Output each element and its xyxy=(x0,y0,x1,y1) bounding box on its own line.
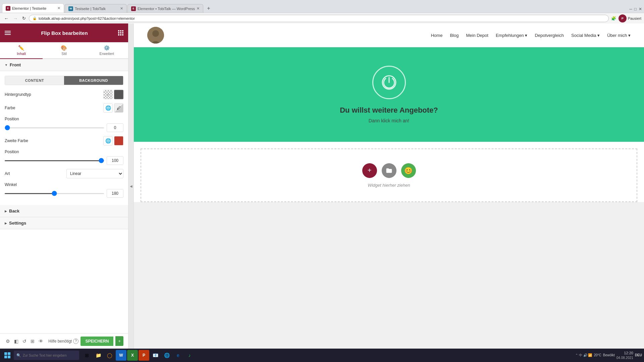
reload-button[interactable]: ↻ xyxy=(21,15,27,21)
cortana-icon[interactable]: ◯ xyxy=(104,350,115,361)
position1-slider[interactable] xyxy=(5,127,104,128)
profile-button[interactable]: P xyxy=(619,14,627,22)
save-button[interactable]: SPEICHERN xyxy=(80,337,113,346)
inhalt-label: Inhalt xyxy=(17,52,26,56)
position2-slider[interactable] xyxy=(5,160,104,161)
save-arrow-button[interactable]: + xyxy=(115,336,123,346)
nav-depotvergleich[interactable]: Depotvergleich xyxy=(535,33,564,38)
tab-inhalt[interactable]: ✏️ Inhalt xyxy=(0,42,43,59)
hamburger-menu-icon[interactable] xyxy=(5,31,11,35)
tab-close-3[interactable]: ✕ xyxy=(197,6,200,11)
solid-color-btn[interactable] xyxy=(114,90,123,99)
chrome-icon[interactable]: 🌐 xyxy=(161,350,172,361)
new-tab-button[interactable]: + xyxy=(204,4,213,13)
erweitert-label: Erweitert xyxy=(100,52,114,56)
tab-close-1[interactable]: ✕ xyxy=(57,6,60,10)
minimize-button[interactable]: ─ xyxy=(629,7,632,11)
responsive-icon[interactable]: ⊞ xyxy=(30,338,36,345)
hero-title: Du willst weitere Angebote? xyxy=(340,106,438,115)
tab-erweitert[interactable]: ⚙️ Erweitert xyxy=(86,42,128,58)
site-nav: Home Blog Mein Depot Empfehlungen ▾ Depo… xyxy=(431,33,631,38)
collapse-handle[interactable]: ◀ xyxy=(128,23,134,349)
word-icon[interactable]: W xyxy=(116,350,126,361)
position1-value[interactable] xyxy=(107,123,123,132)
outlook-icon[interactable]: 📧 xyxy=(150,350,161,361)
folder-button[interactable] xyxy=(382,163,396,178)
taskview-icon[interactable]: ⊞ xyxy=(82,350,92,361)
zweite-farbe-swatch[interactable] xyxy=(114,136,123,145)
layers-icon[interactable]: ◧ xyxy=(13,338,19,345)
hero-icon-circle xyxy=(372,66,406,99)
close-window-button[interactable]: ✕ xyxy=(639,7,642,11)
settings-section-header[interactable]: ▶ Settings xyxy=(0,217,128,229)
zweite-farbe-globe-icon[interactable]: 🌐 xyxy=(103,136,113,145)
address-input[interactable] xyxy=(39,16,605,20)
taskbar-apps: ⊞ 📁 ◯ W X P 📧 🌐 e ♪ xyxy=(82,350,195,361)
hero-section: Du willst weitere Angebote? Dann klick m… xyxy=(134,47,644,142)
tab-favicon-3: E xyxy=(131,6,136,11)
history-icon[interactable]: ↺ xyxy=(21,338,28,345)
edge-icon[interactable]: e xyxy=(173,350,183,361)
art-select[interactable]: Linear Radial xyxy=(66,169,123,178)
farbe-color-btn[interactable]: 🖊 xyxy=(114,103,123,113)
browser-tab-2[interactable]: W Testseite | TobiTalk ✕ xyxy=(65,4,127,13)
maximize-button[interactable]: □ xyxy=(634,7,637,11)
tab-title-3: Elementor • TobiTalk — WordPress xyxy=(138,7,195,11)
position1-label: Position xyxy=(5,117,123,121)
lock-icon: 🔒 xyxy=(33,16,37,20)
background-toggle-btn[interactable]: BACKGROUND xyxy=(64,76,123,85)
explorer-icon[interactable]: 📁 xyxy=(93,350,104,361)
tab-close-2[interactable]: ✕ xyxy=(120,6,123,11)
back-section-header[interactable]: ▶ Back xyxy=(0,205,128,217)
nav-ueber-mich[interactable]: Über mich ▾ xyxy=(607,33,631,38)
help-button[interactable]: Hilfe benötigt ? xyxy=(48,339,78,344)
temperature-display: 20°C xyxy=(594,353,601,357)
settings-bottom-icon[interactable]: ⚙ xyxy=(5,338,11,345)
back-nav-button[interactable]: ← xyxy=(3,15,10,22)
excel-icon[interactable]: X xyxy=(127,350,138,361)
bottom-bar: ⚙ ◧ ↺ ⊞ 👁 Hilfe benötigt ? SPEICHERN + xyxy=(0,333,128,349)
browser-chrome: E Elementor | Testseite ✕ W Testseite | … xyxy=(0,0,644,23)
content-toggle-btn[interactable]: CONTENT xyxy=(5,76,64,85)
hintergrundtyp-row: Hintergrundtyp ✓ xyxy=(5,90,123,99)
powerpoint-icon[interactable]: P xyxy=(139,350,149,361)
forward-nav-button[interactable]: → xyxy=(12,15,19,22)
weather-display: Bewölkt xyxy=(603,353,615,357)
svg-rect-4 xyxy=(4,352,7,355)
nav-blog[interactable]: Blog xyxy=(450,33,459,38)
taskbar-search-input[interactable] xyxy=(23,354,76,357)
farbe-globe-icon[interactable]: 🌐 xyxy=(103,103,113,113)
transparent-color-btn[interactable]: ✓ xyxy=(103,90,113,99)
settings-expand-icon: ▶ xyxy=(5,222,7,225)
help-label: Hilfe benötigt xyxy=(48,339,72,344)
grid-icon[interactable] xyxy=(118,30,123,36)
back-expand-icon: ▶ xyxy=(5,209,7,213)
start-button[interactable] xyxy=(2,350,13,361)
tab-stil[interactable]: 🎨 Stil xyxy=(43,42,85,58)
extensions-icon[interactable]: 🧩 xyxy=(610,15,617,22)
winkel-slider[interactable] xyxy=(5,193,104,194)
front-section-title: Front xyxy=(10,62,21,67)
preview-icon[interactable]: 👁 xyxy=(38,338,44,345)
browser-tab-3[interactable]: E Elementor • TobiTalk — WordPress ✕ xyxy=(127,4,203,13)
stil-label: Stil xyxy=(61,52,66,56)
nav-mein-depot[interactable]: Mein Depot xyxy=(466,33,488,38)
browser-tab-1[interactable]: E Elementor | Testseite ✕ xyxy=(2,3,64,13)
emoji-button[interactable]: 😊 xyxy=(401,163,416,178)
spotify-icon[interactable]: ♪ xyxy=(184,350,195,361)
nav-home[interactable]: Home xyxy=(431,33,443,38)
add-widget-button[interactable]: + xyxy=(362,163,377,178)
winkel-value[interactable] xyxy=(107,189,123,198)
language-indicator: DEU xyxy=(635,353,642,357)
erweitert-icon: ⚙️ xyxy=(104,45,110,51)
nav-social-media[interactable]: Social Media ▾ xyxy=(571,33,600,38)
position2-value[interactable] xyxy=(107,156,123,165)
dropzone: + 😊 Widget hierher ziehen xyxy=(141,148,637,202)
sidebar-header: Flip Box bearbeiten xyxy=(0,23,128,42)
folder-icon xyxy=(386,167,392,174)
nav-empfehlungen[interactable]: Empfehlungen ▾ xyxy=(496,33,527,38)
taskbar-search[interactable]: 🔍 xyxy=(14,351,79,360)
sidebar-panel: Flip Box bearbeiten ✏️ Inhalt 🎨 Sti xyxy=(0,23,128,349)
site-header: Home Blog Mein Depot Empfehlungen ▾ Depo… xyxy=(134,23,644,47)
front-section-header[interactable]: ▼ Front xyxy=(0,59,128,71)
